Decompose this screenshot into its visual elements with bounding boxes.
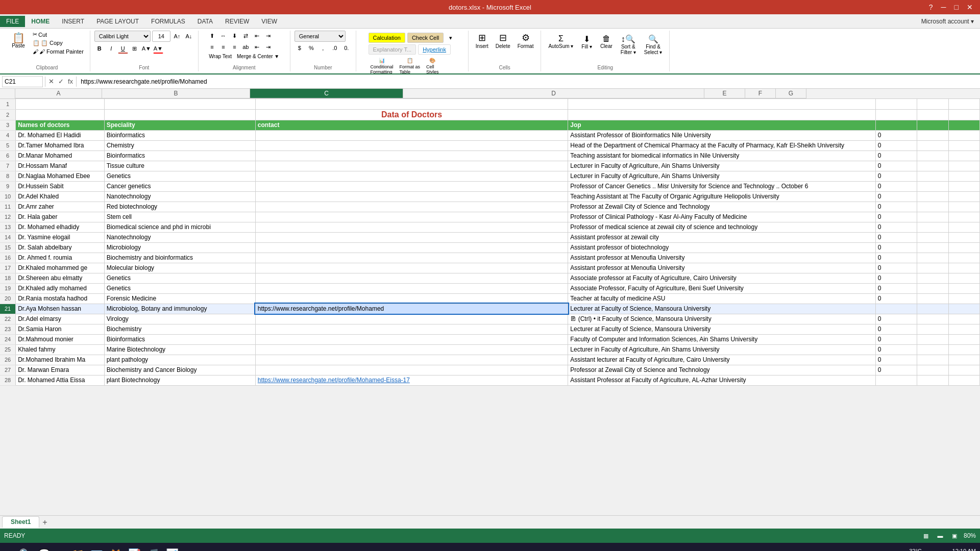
cell-f14[interactable] (917, 232, 948, 242)
cell-d13[interactable]: Professor of medical science at zewail c… (568, 222, 875, 232)
cell-f5[interactable] (917, 140, 948, 151)
cell-d26[interactable]: Assistant lecturer at Faculty of Agricul… (568, 355, 875, 365)
menu-file[interactable]: FILE (0, 16, 25, 27)
cell-g22[interactable] (948, 314, 979, 324)
cell-f11[interactable] (917, 202, 948, 212)
cell-f28[interactable] (917, 375, 948, 385)
cell-c8[interactable] (255, 171, 568, 181)
autosum-button[interactable]: Σ AutoSum ▾ (545, 33, 576, 57)
menu-insert[interactable]: INSERT (56, 16, 90, 27)
cell-a28[interactable]: Dr. Mohamed Attia Eissa (16, 375, 105, 385)
cell-e17[interactable]: 0 (875, 263, 917, 273)
calculation-style[interactable]: Calculation (369, 33, 405, 43)
cell-c27[interactable] (255, 365, 568, 375)
cell-d4[interactable]: Assistant Professor of Bioinformatics Ni… (568, 130, 875, 140)
cell-g28[interactable] (948, 375, 979, 385)
cell-f23[interactable] (917, 324, 948, 334)
col-header-b[interactable]: B (102, 89, 250, 98)
text-orient[interactable]: ab (240, 42, 251, 52)
cell-f16[interactable] (917, 253, 948, 263)
cell-f26[interactable] (917, 355, 948, 365)
cell-e11[interactable]: 0 (875, 202, 917, 212)
cell-g21[interactable] (948, 304, 979, 314)
normal-view-button[interactable]: ▦ (921, 531, 931, 541)
borders-button[interactable]: ⊞ (130, 43, 140, 54)
cell-b19[interactable]: Genetics (104, 283, 255, 293)
indent-right2[interactable]: ⇥ (263, 42, 273, 52)
cell-g9[interactable] (948, 181, 979, 191)
number-format-select[interactable]: General (295, 31, 346, 42)
cell-d18[interactable]: Associate professor at Faculty of Agricu… (568, 273, 875, 283)
cell-a16[interactable]: Dr. Ahmed f. roumia (16, 253, 105, 263)
cell-c28[interactable]: https://www.researchgate.net/profile/Moh… (255, 375, 568, 385)
comma-button[interactable]: , (318, 43, 328, 53)
cell-d8[interactable]: Lecturer in Faculty of Agriculture, Ain … (568, 171, 875, 181)
cell-b13[interactable]: Biomedical science and phd in microbi (104, 222, 255, 232)
cell-b27[interactable]: Biochemistry and Cancer Biology (104, 365, 255, 375)
cell-d27[interactable]: Professor at Zewail City of Science and … (568, 365, 875, 375)
cell-e3[interactable] (875, 120, 917, 130)
decimal-increase[interactable]: .0 (330, 43, 340, 53)
cell-d20[interactable]: Teacher at faculty of medicine ASU (568, 293, 875, 304)
music-taskbar-button[interactable]: 🎵 (147, 548, 160, 551)
cell-g16[interactable] (948, 253, 979, 263)
cell-f1[interactable] (917, 99, 948, 109)
cell-d11[interactable]: Professor at Zewail City of Science and … (568, 202, 875, 212)
explanatory-style[interactable]: Explanatory T... (369, 44, 416, 55)
cell-a4[interactable]: Dr. Mohamed El Hadidi (16, 130, 105, 140)
indent-increase[interactable]: ⇥ (263, 31, 273, 41)
cell-a10[interactable]: Dr.Adel Khaled (16, 191, 105, 202)
cell-f15[interactable] (917, 242, 948, 253)
cell-e26[interactable]: 0 (875, 355, 917, 365)
cell-b28[interactable]: plant Biotechnology (104, 375, 255, 385)
format-as-table-button[interactable]: 📋 Format asTable (398, 57, 423, 74)
cell-c23[interactable] (255, 324, 568, 334)
cell-e8[interactable]: 0 (875, 171, 917, 181)
cell-e15[interactable]: 0 (875, 242, 917, 253)
cell-b5[interactable]: Chemistry (104, 140, 255, 151)
align-left[interactable]: ≡ (207, 42, 217, 52)
cell-g2[interactable] (948, 109, 979, 120)
cell-b25[interactable]: Marine Biotechnology (104, 344, 255, 355)
cell-d25[interactable]: Lecturer in Faculty of Agriculture, Ain … (568, 344, 875, 355)
cell-g10[interactable] (948, 191, 979, 202)
cell-c6[interactable] (255, 151, 568, 161)
cell-e20[interactable]: 0 (875, 293, 917, 304)
italic-button[interactable]: I (106, 43, 116, 54)
cell-b15[interactable]: Microbiology (104, 242, 255, 253)
cell-e7[interactable]: 0 (875, 161, 917, 171)
font-color-button[interactable]: A▼ (153, 43, 163, 54)
merge-center-button[interactable]: Merge & Center ▼ (235, 53, 281, 60)
confirm-formula-button[interactable]: ✓ (57, 78, 65, 85)
percent-button[interactable]: % (306, 43, 316, 53)
insert-button[interactable]: ⊞ Insert (473, 31, 492, 51)
cell-e10[interactable]: 0 (875, 191, 917, 202)
cell-g15[interactable] (948, 242, 979, 253)
underline-button[interactable]: U (118, 43, 128, 54)
cell-b12[interactable]: Stem cell (104, 212, 255, 222)
cell-a11[interactable]: Dr.Amr zaher (16, 202, 105, 212)
cell-b20[interactable]: Forensic Medicine (104, 293, 255, 304)
cell-f8[interactable] (917, 171, 948, 181)
explorer-taskbar-button[interactable]: 📁 (71, 548, 84, 551)
clear-button[interactable]: 🗑 Clear (597, 33, 616, 57)
menu-view[interactable]: VIEW (255, 16, 283, 27)
sheet-tab-1[interactable]: Sheet1 (2, 516, 39, 528)
currency-button[interactable]: $ (295, 43, 305, 53)
cell-g20[interactable] (948, 293, 979, 304)
cell-d22[interactable]: 🖹 (Ctrl) • it Faculty of Science, Mansou… (568, 314, 875, 324)
cell-b21[interactable]: Microbiolog, Botany and immunology (104, 304, 255, 314)
page-break-view-button[interactable]: ▣ (949, 531, 960, 541)
cell-g24[interactable] (948, 334, 979, 344)
cell-f3[interactable] (917, 120, 948, 130)
cell-a6[interactable]: Dr.Manar Mohamed (16, 151, 105, 161)
cell-g19[interactable] (948, 283, 979, 293)
cell-a12[interactable]: Dr. Hala gaber (16, 212, 105, 222)
cell-b14[interactable]: Nanotechnology (104, 232, 255, 242)
cell-a22[interactable]: Dr.Adel elmarsy (16, 314, 105, 324)
cell-a21[interactable]: Dr.Aya Mohsen hassan (16, 304, 105, 314)
col-header-d[interactable]: D (403, 89, 704, 98)
cell-c20[interactable] (255, 293, 568, 304)
cell-f21[interactable] (917, 304, 948, 314)
cell-d5[interactable]: Head of the Department of Chemical Pharm… (568, 140, 875, 151)
